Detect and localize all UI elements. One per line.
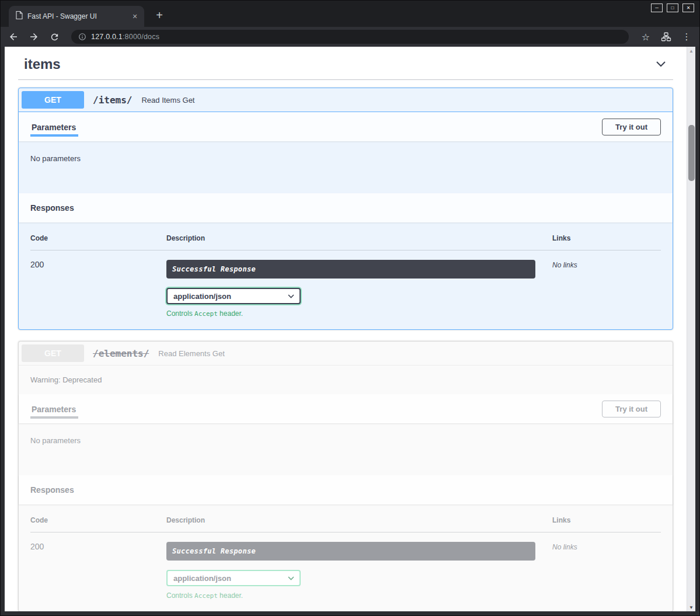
url-host: 127.0.0.1 xyxy=(91,33,123,41)
tab-close-icon[interactable]: ✕ xyxy=(130,12,140,21)
accept-note-prefix: Controls xyxy=(166,309,194,318)
description-column-header: Description xyxy=(166,516,552,524)
accept-note-prefix: Controls xyxy=(166,591,194,600)
window-controls: ─ □ ✕ xyxy=(651,4,694,12)
method-badge: GET xyxy=(22,91,84,109)
accept-note-suffix: header. xyxy=(218,591,243,600)
accept-note-code: Accept xyxy=(194,592,218,600)
sitemap-icon[interactable] xyxy=(660,31,672,43)
responses-title: Responses xyxy=(30,485,74,495)
opblock-summary-items[interactable]: GET /items/ Read Items Get xyxy=(19,88,673,112)
no-parameters-text: No parameters xyxy=(30,154,661,163)
browser-tab[interactable]: Fast API - Swagger UI ✕ xyxy=(9,6,144,27)
close-button[interactable]: ✕ xyxy=(682,4,694,12)
parameters-tab[interactable]: Parameters xyxy=(30,395,77,422)
parameters-body: No parameters xyxy=(19,423,673,475)
scroll-down-icon[interactable]: ▼ xyxy=(687,603,695,611)
endpoint-summary: Read Items Get xyxy=(141,96,194,105)
endpoint-path: /items/ xyxy=(87,95,138,106)
minimize-button[interactable]: ─ xyxy=(651,4,663,12)
endpoint-path: /elements/ xyxy=(87,348,155,359)
media-type-value: application/json xyxy=(173,292,231,301)
tag-section-header[interactable]: items xyxy=(18,49,673,80)
response-links: No links xyxy=(552,260,661,318)
responses-table: Code Description Links 200 Successful Re… xyxy=(19,222,673,329)
parameters-body: No parameters xyxy=(19,141,673,193)
opblock-body: Warning: Deprecated Parameters Try it ou… xyxy=(19,366,673,611)
responses-table-header: Code Description Links xyxy=(30,234,661,250)
try-it-out-button[interactable]: Try it out xyxy=(602,119,661,135)
accept-header-note: Controls Accept header. xyxy=(166,591,552,600)
scrollbar-thumb[interactable] xyxy=(688,125,695,181)
response-description: Successful Response xyxy=(166,260,535,279)
back-icon[interactable] xyxy=(8,31,19,43)
new-tab-button[interactable]: + xyxy=(152,8,166,22)
opblock-body: Parameters Try it out No parameters Resp… xyxy=(19,112,673,329)
browser-toolbar: 127.0.0.1:8000/docs ☆ ⋮ xyxy=(1,27,699,47)
collapse-chevron-icon[interactable] xyxy=(656,61,666,68)
url-path: :8000/docs xyxy=(123,33,159,41)
url-text: 127.0.0.1:8000/docs xyxy=(91,33,159,41)
response-description-cell: Successful Response application/json Con… xyxy=(166,542,552,600)
method-badge: GET xyxy=(22,344,84,362)
code-column-header: Code xyxy=(30,516,166,524)
parameters-tab[interactable]: Parameters xyxy=(30,113,77,140)
parameters-header: Parameters Try it out xyxy=(19,394,673,423)
no-parameters-text: No parameters xyxy=(30,436,661,445)
parameters-header: Parameters Try it out xyxy=(19,112,673,141)
reload-icon[interactable] xyxy=(48,31,60,43)
bookmark-star-icon[interactable]: ☆ xyxy=(640,31,652,43)
accept-header-note: Controls Accept header. xyxy=(166,309,552,318)
browser-window: Fast API - Swagger UI ✕ + ─ □ ✕ 127.0.0.… xyxy=(0,0,700,616)
response-status-code: 200 xyxy=(30,260,166,318)
select-chevron-icon xyxy=(288,576,294,580)
responses-header: Responses xyxy=(19,193,673,222)
forward-icon[interactable] xyxy=(28,31,40,43)
page-scrollbar[interactable]: ▲ ▼ xyxy=(687,47,695,611)
select-chevron-icon xyxy=(288,294,294,298)
responses-table: Code Description Links 200 Successful Re… xyxy=(19,504,673,611)
menu-kebab-icon[interactable]: ⋮ xyxy=(681,31,692,43)
response-links: No links xyxy=(552,542,661,600)
opblock-get-items: GET /items/ Read Items Get Parameters Tr… xyxy=(18,88,673,330)
url-bar[interactable]: 127.0.0.1:8000/docs xyxy=(71,30,629,44)
media-type-select[interactable]: application/json xyxy=(166,570,301,586)
accept-note-suffix: header. xyxy=(218,309,243,318)
accept-note-code: Accept xyxy=(194,310,218,318)
endpoint-summary: Read Elements Get xyxy=(158,349,224,358)
page-icon xyxy=(16,11,23,22)
browser-viewport: items GET /items/ Read Items Get Paramet… xyxy=(1,47,699,615)
scroll-up-icon[interactable]: ▲ xyxy=(687,47,695,55)
response-status-code: 200 xyxy=(30,542,166,600)
links-column-header: Links xyxy=(552,234,661,242)
description-column-header: Description xyxy=(166,234,552,242)
deprecated-warning: Warning: Deprecated xyxy=(19,366,673,394)
tab-title: Fast API - Swagger UI xyxy=(27,12,126,20)
window-titlebar: Fast API - Swagger UI ✕ + ─ □ ✕ xyxy=(1,1,699,27)
code-column-header: Code xyxy=(30,234,166,242)
responses-table-header: Code Description Links xyxy=(30,516,661,533)
site-info-icon[interactable] xyxy=(78,33,86,41)
swagger-page: items GET /items/ Read Items Get Paramet… xyxy=(5,47,687,611)
response-description: Successful Response xyxy=(166,542,535,561)
tag-title: items xyxy=(24,56,61,72)
media-type-value: application/json xyxy=(173,574,231,583)
try-it-out-button[interactable]: Try it out xyxy=(602,401,661,417)
opblock-get-elements-deprecated: GET /elements/ Read Elements Get Warning… xyxy=(18,341,673,611)
maximize-button[interactable]: □ xyxy=(667,4,678,12)
responses-header: Responses xyxy=(19,475,673,504)
response-row: 200 Successful Response application/json… xyxy=(30,533,661,600)
media-type-select[interactable]: application/json xyxy=(166,288,301,304)
links-column-header: Links xyxy=(552,516,661,524)
response-description-cell: Successful Response application/json Con… xyxy=(166,260,552,318)
opblock-summary-elements[interactable]: GET /elements/ Read Elements Get xyxy=(19,342,673,366)
response-row: 200 Successful Response application/json… xyxy=(30,250,661,318)
responses-title: Responses xyxy=(30,203,74,213)
